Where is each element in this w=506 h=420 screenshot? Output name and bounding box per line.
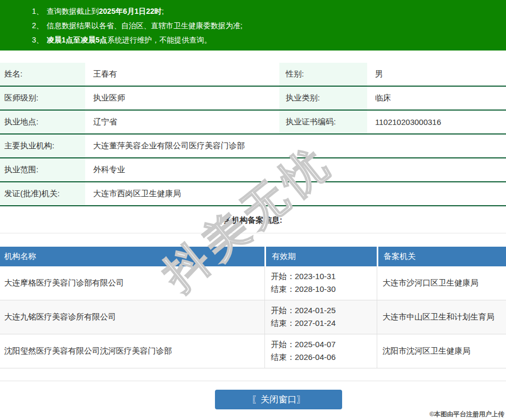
- notice-text: 系统进行维护，不能提供查询。: [107, 36, 211, 44]
- start-date-line: 开始：2025-04-07: [271, 340, 377, 350]
- org-name-cell: 大连摩格医疗美容门诊部有限公司: [0, 266, 264, 300]
- doctor-level-label: 医师级别:: [0, 87, 85, 110]
- practice-location-value: 辽宁省: [85, 111, 279, 133]
- primary-institution-value: 大连董萍美容企业有限公司医疗美容门诊部: [85, 135, 506, 157]
- doctor-level-value: 执业医师: [85, 87, 279, 110]
- end-label: 结束：: [271, 352, 295, 362]
- table-row: 主要执业机构: 大连董萍美容企业有限公司医疗美容门诊部: [0, 135, 506, 158]
- close-window-button[interactable]: 〖关闭窗口〗: [215, 390, 342, 409]
- button-row: 〖关闭窗口〗: [0, 390, 506, 409]
- end-label: 结束：: [271, 284, 295, 293]
- validity-cell: 开始：2023-10-31 结束：2028-10-30: [264, 266, 377, 300]
- footer-divider: [0, 381, 506, 381]
- notice-banner: 1、查询数据截止到2025年6月1日22时; 2、信息数据结果以各省、自治区、直…: [0, 0, 506, 51]
- start-date-line: 开始：2024-01-25: [271, 306, 377, 316]
- practice-category-value: 临床: [367, 87, 506, 110]
- table-row: 执业地点: 辽宁省 执业证书编码: 110210203000316: [0, 111, 506, 135]
- validity-cell: 开始：2024-01-25 结束：2027-01-24: [264, 300, 377, 334]
- end-date-line: 结束：2027-01-24: [271, 318, 377, 329]
- authority-cell: 大连市沙河口区卫生健康局: [377, 266, 506, 300]
- end-date-line: 结束：2028-10-30: [271, 284, 377, 295]
- notice-bold-text: 凌晨1点至凌晨5点: [47, 36, 107, 44]
- upload-credit-text: ©本图由平台注册用户上传: [429, 410, 504, 419]
- certificate-number-value: 110210203000316: [367, 111, 506, 133]
- authority-cell: 大连市中山区卫生和计划生育局: [377, 300, 506, 334]
- start-date-line: 开始：2023-10-31: [271, 272, 377, 282]
- column-header-authority: 备案机关: [377, 247, 506, 266]
- issuing-authority-value: 大连市西岗区卫生健康局: [85, 182, 506, 205]
- notice-line-1: 1、查询数据截止到2025年6月1日22时;: [32, 4, 501, 19]
- practitioner-info-table: 姓名: 王春有 性别: 男 医师级别: 执业医师 执业类别: 临床 执业地点: …: [0, 63, 506, 206]
- notice-number: 3、: [32, 36, 44, 44]
- license-query-result-page: 1、查询数据截止到2025年6月1日22时; 2、信息数据结果以各省、自治区、直…: [0, 0, 506, 420]
- name-value: 王春有: [85, 63, 279, 86]
- column-header-validity: 有效期: [264, 247, 377, 266]
- practice-scope-label: 执业范围:: [0, 158, 85, 181]
- table-row: 发证(批准)机关: 大连市西岗区卫生健康局: [0, 182, 506, 206]
- practice-scope-value: 外科专业: [85, 158, 506, 181]
- table-row: 大连摩格医疗美容门诊部有限公司 开始：2023-10-31 结束：2028-10…: [0, 266, 506, 300]
- registration-table-header: 机构名称 有效期 备案机关: [0, 247, 506, 266]
- notice-number: 1、: [32, 7, 44, 15]
- authority-cell: 沈阳市沈河区卫生健康局: [377, 334, 506, 368]
- notice-number: 2、: [32, 21, 44, 30]
- end-date-line: 结束：2026-04-06: [271, 352, 377, 363]
- primary-institution-label: 主要执业机构:: [0, 135, 85, 157]
- notice-text: 信息数据结果以各省、自治区、直辖市卫生健康委数据为准;: [47, 21, 243, 30]
- gender-value: 男: [367, 63, 506, 86]
- notice-bold-text: 2025年6月1日22时: [99, 7, 162, 15]
- start-date: 2023-10-31: [295, 272, 336, 281]
- end-label: 结束：: [271, 318, 295, 327]
- start-date: 2025-04-07: [295, 340, 336, 349]
- issuing-authority-label: 发证(批准)机关:: [0, 182, 85, 205]
- certificate-number-label: 执业证书编码:: [279, 111, 367, 133]
- notice-line-2: 2、信息数据结果以各省、自治区、直辖市卫生健康委数据为准;: [32, 19, 501, 33]
- gender-label: 性别:: [279, 63, 367, 86]
- section-divider: [0, 233, 506, 233]
- notice-text: 查询数据截止到: [47, 7, 99, 15]
- practice-location-label: 执业地点:: [0, 111, 85, 133]
- table-row: 医师级别: 执业医师 执业类别: 临床: [0, 87, 506, 111]
- practice-category-label: 执业类别:: [279, 87, 367, 110]
- registration-table: 机构名称 有效期 备案机关 大连摩格医疗美容门诊部有限公司 开始：2023-10…: [0, 247, 506, 368]
- start-label: 开始：: [271, 340, 295, 349]
- name-label: 姓名:: [0, 63, 85, 86]
- notice-text: ;: [162, 7, 164, 15]
- column-header-org-name: 机构名称: [0, 247, 264, 266]
- table-row: 沈阳玺然医疗美容有限公司沈河医疗美容门诊部 开始：2025-04-07 结束：2…: [0, 334, 506, 368]
- table-row: 大连九铭医疗美容诊所有限公司 开始：2024-01-25 结束：2027-01-…: [0, 300, 506, 334]
- start-date: 2024-01-25: [295, 306, 336, 315]
- multi-institution-heading: 多机构备案信息:: [0, 215, 506, 226]
- org-name-cell: 沈阳玺然医疗美容有限公司沈河医疗美容门诊部: [0, 334, 264, 368]
- end-date: 2026-04-06: [295, 352, 336, 362]
- org-name-cell: 大连九铭医疗美容诊所有限公司: [0, 300, 264, 334]
- validity-cell: 开始：2025-04-07 结束：2026-04-06: [264, 334, 377, 368]
- end-date: 2028-10-30: [295, 284, 336, 293]
- start-label: 开始：: [271, 272, 295, 281]
- start-label: 开始：: [271, 306, 295, 315]
- notice-line-3: 3、凌晨1点至凌晨5点系统进行维护，不能提供查询。: [32, 33, 501, 47]
- table-row: 执业范围: 外科专业: [0, 158, 506, 182]
- end-date: 2027-01-24: [295, 318, 336, 327]
- table-row: 姓名: 王春有 性别: 男: [0, 63, 506, 87]
